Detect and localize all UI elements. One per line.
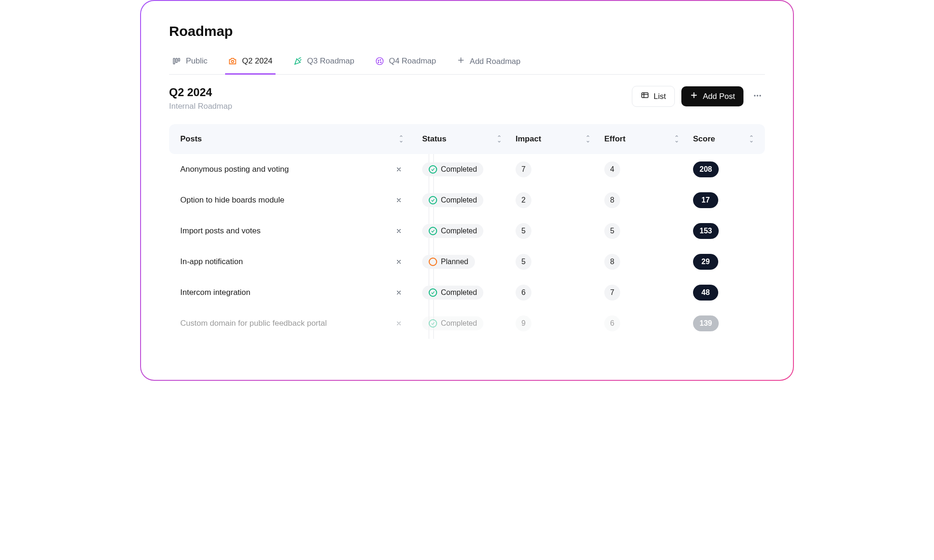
th-posts[interactable]: Posts ⌃⌄	[180, 134, 422, 144]
page-title: Roadmap	[169, 23, 765, 39]
table-row[interactable]: Anonymous posting and voting Completed 7…	[169, 154, 765, 185]
sort-icon: ⌃⌄	[749, 136, 754, 142]
remove-post-button[interactable]	[394, 288, 403, 297]
svg-point-4	[376, 57, 383, 64]
more-options-button[interactable]	[750, 89, 765, 104]
add-roadmap-button[interactable]: Add Roadmap	[454, 50, 524, 74]
remove-post-button[interactable]	[394, 319, 403, 328]
table-row[interactable]: Option to hide boards module Completed 2…	[169, 185, 765, 216]
svg-point-6	[380, 59, 381, 60]
status-pill[interactable]: Completed	[422, 162, 483, 176]
th-status[interactable]: Status ⌃⌄	[422, 134, 516, 144]
add-post-button[interactable]: Add Post	[681, 86, 743, 106]
score-value: 153	[693, 223, 719, 239]
impact-value[interactable]: 5	[516, 223, 531, 239]
sort-icon: ⌃⌄	[497, 136, 502, 142]
svg-rect-1	[176, 58, 177, 63]
svg-rect-2	[178, 58, 180, 61]
remove-post-button[interactable]	[394, 196, 403, 205]
status-label: Completed	[441, 288, 477, 297]
post-title: Anonymous posting and voting	[180, 165, 289, 174]
status-pill[interactable]: Completed	[422, 316, 483, 330]
impact-value[interactable]: 5	[516, 254, 531, 270]
list-view-button[interactable]: List	[632, 86, 675, 107]
impact-value[interactable]: 7	[516, 161, 531, 177]
tab-q4-roadmap[interactable]: Q4 Roadmap	[372, 51, 439, 75]
score-value: 139	[693, 315, 719, 331]
svg-point-11	[757, 95, 758, 96]
status-label: Completed	[441, 165, 477, 174]
effort-value[interactable]: 7	[604, 285, 620, 301]
roadmap-table: Posts ⌃⌄ Status ⌃⌄ Impact ⌃⌄ Effort ⌃⌄ S…	[169, 124, 765, 339]
impact-value[interactable]: 9	[516, 315, 531, 331]
svg-point-8	[378, 62, 379, 63]
section-title: Q2 2024	[169, 86, 232, 99]
tab-public[interactable]: Public	[169, 51, 210, 75]
score-value: 208	[693, 161, 719, 177]
post-title: Custom domain for public feedback portal	[180, 319, 327, 328]
effort-value[interactable]: 5	[604, 223, 620, 239]
completed-icon	[429, 196, 437, 204]
post-title: Option to hide boards module	[180, 196, 284, 205]
status-label: Completed	[441, 196, 477, 204]
impact-value[interactable]: 2	[516, 192, 531, 208]
svg-point-12	[759, 95, 761, 96]
remove-post-button[interactable]	[394, 165, 403, 174]
cookie-icon	[375, 56, 384, 66]
effort-value[interactable]: 4	[604, 161, 620, 177]
impact-value[interactable]: 6	[516, 285, 531, 301]
tab-label: Q4 Roadmap	[389, 56, 436, 66]
section-header: Q2 2024 Internal Roadmap List Add Post	[169, 86, 765, 111]
table-row[interactable]: Import posts and votes Completed 5 5 153	[169, 216, 765, 246]
sort-icon: ⌃⌄	[586, 136, 590, 142]
columns-icon	[172, 56, 181, 66]
plus-icon	[690, 91, 698, 102]
post-title: In-app notification	[180, 257, 243, 266]
status-pill[interactable]: Completed	[422, 286, 483, 300]
score-value: 17	[693, 192, 718, 208]
table-row[interactable]: Intercom integration Completed 6 7 48	[169, 277, 765, 308]
planned-icon	[429, 258, 437, 266]
list-label: List	[654, 92, 666, 101]
dots-horizontal-icon	[753, 91, 762, 102]
score-value: 29	[693, 254, 718, 270]
remove-post-button[interactable]	[394, 226, 403, 236]
add-post-label: Add Post	[703, 92, 735, 101]
post-title: Intercom integration	[180, 288, 250, 297]
tab-q2-2024[interactable]: Q2 2024	[225, 51, 275, 75]
tab-label: Q2 2024	[242, 56, 272, 66]
tab-q3-roadmap[interactable]: Q3 Roadmap	[290, 51, 357, 75]
status-label: Completed	[441, 319, 477, 328]
section-subtitle: Internal Roadmap	[169, 102, 232, 111]
effort-value[interactable]: 6	[604, 315, 620, 331]
table-header: Posts ⌃⌄ Status ⌃⌄ Impact ⌃⌄ Effort ⌃⌄ S…	[169, 124, 765, 154]
effort-value[interactable]: 8	[604, 254, 620, 270]
status-pill[interactable]: Completed	[422, 224, 483, 238]
remove-post-button[interactable]	[394, 257, 403, 266]
roadmap-tabs: Public Q2 2024 Q3 Roadmap Q4 Roadmap	[169, 50, 765, 75]
svg-point-3	[232, 60, 234, 63]
th-impact[interactable]: Impact ⌃⌄	[516, 134, 604, 144]
completed-icon	[429, 227, 437, 235]
th-effort[interactable]: Effort ⌃⌄	[604, 134, 693, 144]
effort-value[interactable]: 8	[604, 192, 620, 208]
score-value: 48	[693, 285, 718, 301]
status-pill[interactable]: Completed	[422, 193, 483, 207]
svg-point-7	[380, 62, 381, 63]
table-row[interactable]: In-app notification Planned 5 8 29	[169, 246, 765, 277]
status-label: Completed	[441, 227, 477, 235]
table-row[interactable]: Custom domain for public feedback portal…	[169, 308, 765, 339]
th-score[interactable]: Score ⌃⌄	[693, 134, 754, 144]
completed-icon	[429, 288, 437, 297]
camera-icon	[228, 56, 237, 66]
sort-icon: ⌃⌄	[399, 136, 403, 142]
sort-icon: ⌃⌄	[674, 136, 679, 142]
status-pill[interactable]: Planned	[422, 255, 475, 269]
svg-rect-9	[642, 93, 648, 98]
table-body: Anonymous posting and voting Completed 7…	[169, 154, 765, 339]
svg-point-10	[754, 95, 756, 96]
status-label: Planned	[441, 258, 468, 266]
confetti-icon	[293, 56, 303, 66]
svg-point-5	[378, 60, 379, 61]
svg-rect-0	[173, 58, 175, 64]
